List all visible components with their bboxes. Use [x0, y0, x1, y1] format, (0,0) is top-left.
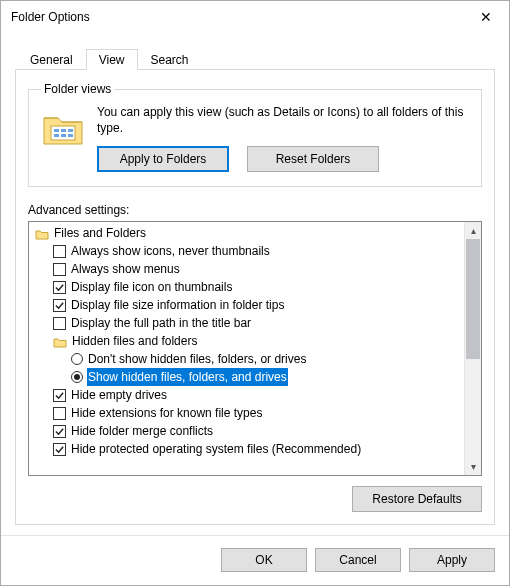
folder-views-description: You can apply this view (such as Details…	[97, 104, 469, 136]
svg-rect-0	[51, 126, 75, 140]
tree-group-files-folders[interactable]: Files and Folders	[29, 224, 464, 242]
tree-label: Always show menus	[70, 260, 181, 278]
tree-label: Hide extensions for known file types	[70, 404, 263, 422]
radio-icon[interactable]	[71, 353, 83, 365]
svg-rect-1	[54, 129, 59, 132]
close-icon: ✕	[480, 9, 492, 25]
tree-label: Display the full path in the title bar	[70, 314, 252, 332]
scroll-up-icon[interactable]: ▴	[465, 222, 481, 239]
tree-label: Hidden files and folders	[71, 332, 198, 350]
tree-item-radio[interactable]: Don't show hidden files, folders, or dri…	[29, 350, 464, 368]
advanced-settings-tree[interactable]: Files and Folders Always show icons, nev…	[28, 221, 482, 476]
svg-rect-3	[68, 129, 73, 132]
tree-label: Files and Folders	[53, 224, 147, 242]
tab-body-view: Folder views	[15, 69, 495, 525]
folder-views-legend: Folder views	[41, 82, 114, 96]
tab-search[interactable]: Search	[138, 49, 202, 70]
checkbox-icon[interactable]	[53, 443, 66, 456]
tree-item-checkbox[interactable]: Display the full path in the title bar	[29, 314, 464, 332]
svg-rect-6	[68, 134, 73, 137]
vertical-scrollbar[interactable]: ▴ ▾	[464, 222, 481, 475]
tab-strip: General View Search	[17, 45, 495, 69]
tree-item-checkbox[interactable]: Hide folder merge conflicts	[29, 422, 464, 440]
ok-button[interactable]: OK	[221, 548, 307, 572]
dialog-button-row: OK Cancel Apply	[1, 535, 509, 585]
checkbox-icon[interactable]	[53, 245, 66, 258]
apply-to-folders-button[interactable]: Apply to Folders	[97, 146, 229, 172]
restore-defaults-row: Restore Defaults	[28, 486, 482, 512]
tree-item-radio[interactable]: Show hidden files, folders, and drives	[29, 368, 464, 386]
folder-views-row: You can apply this view (such as Details…	[41, 104, 469, 172]
folder-views-group: Folder views	[28, 82, 482, 187]
window-title: Folder Options	[11, 10, 90, 24]
checkbox-icon[interactable]	[53, 281, 66, 294]
tree-item-checkbox[interactable]: Hide protected operating system files (R…	[29, 440, 464, 458]
tree-label: Don't show hidden files, folders, or dri…	[87, 350, 307, 368]
tree-item-checkbox[interactable]: Always show menus	[29, 260, 464, 278]
checkbox-icon[interactable]	[53, 425, 66, 438]
svg-rect-2	[61, 129, 66, 132]
titlebar: Folder Options ✕	[1, 1, 509, 33]
advanced-settings-label: Advanced settings:	[28, 203, 482, 217]
tree-label: Hide protected operating system files (R…	[70, 440, 362, 458]
apply-button[interactable]: Apply	[409, 548, 495, 572]
folder-views-buttons: Apply to Folders Reset Folders	[97, 146, 469, 172]
folder-icon	[41, 106, 85, 150]
cancel-button[interactable]: Cancel	[315, 548, 401, 572]
client-area: General View Search Folder views	[1, 33, 509, 535]
tree-label: Always show icons, never thumbnails	[70, 242, 271, 260]
reset-folders-button[interactable]: Reset Folders	[247, 146, 379, 172]
checkbox-icon[interactable]	[53, 263, 66, 276]
restore-defaults-button[interactable]: Restore Defaults	[352, 486, 482, 512]
svg-rect-5	[61, 134, 66, 137]
radio-icon[interactable]	[71, 371, 83, 383]
scrollbar-thumb[interactable]	[466, 239, 480, 359]
tree-item-checkbox[interactable]: Always show icons, never thumbnails	[29, 242, 464, 260]
checkbox-icon[interactable]	[53, 389, 66, 402]
svg-rect-4	[54, 134, 59, 137]
tree-label: Show hidden files, folders, and drives	[87, 368, 288, 386]
tree-label: Hide empty drives	[70, 386, 168, 404]
checkbox-icon[interactable]	[53, 317, 66, 330]
tree-label: Display file size information in folder …	[70, 296, 285, 314]
checkbox-icon[interactable]	[53, 299, 66, 312]
scroll-down-icon[interactable]: ▾	[465, 458, 481, 475]
folder-icon	[35, 227, 49, 239]
tree-content: Files and Folders Always show icons, nev…	[29, 222, 464, 475]
tree-item-checkbox[interactable]: Display file icon on thumbnails	[29, 278, 464, 296]
folder-icon	[53, 335, 67, 347]
folder-options-dialog: Folder Options ✕ General View Search Fol…	[0, 0, 510, 586]
tab-general[interactable]: General	[17, 49, 86, 70]
tree-group-hidden-files[interactable]: Hidden files and folders	[29, 332, 464, 350]
tree-item-checkbox[interactable]: Hide extensions for known file types	[29, 404, 464, 422]
checkbox-icon[interactable]	[53, 407, 66, 420]
tree-label: Hide folder merge conflicts	[70, 422, 214, 440]
tree-label: Display file icon on thumbnails	[70, 278, 233, 296]
tab-view[interactable]: View	[86, 49, 138, 70]
tree-item-checkbox[interactable]: Hide empty drives	[29, 386, 464, 404]
folder-views-textcol: You can apply this view (such as Details…	[97, 104, 469, 172]
tree-item-checkbox[interactable]: Display file size information in folder …	[29, 296, 464, 314]
close-button[interactable]: ✕	[463, 1, 509, 33]
